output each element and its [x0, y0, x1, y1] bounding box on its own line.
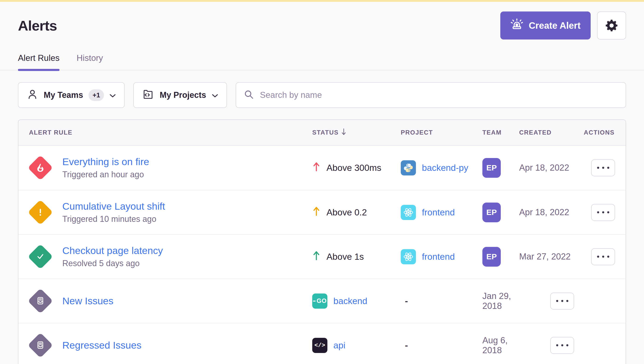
python-logo-icon	[401, 160, 416, 176]
teams-filter-label: My Teams	[44, 90, 83, 100]
table-row: New Issues GO backend - Jan 29, 2018	[18, 278, 626, 323]
project-cell: </> api	[312, 338, 401, 353]
project-cell: backend-py	[401, 160, 482, 176]
alert-rule-link[interactable]: Everything is on fire	[62, 156, 149, 168]
alert-rule-cell: New Issues	[18, 290, 312, 312]
project-link[interactable]: frontend	[422, 208, 455, 218]
column-header-actions: ACTIONS	[585, 129, 626, 136]
status-text: Above 300ms	[326, 163, 381, 173]
actions-cell	[591, 160, 626, 176]
code-logo-icon: </>	[312, 338, 327, 353]
alert-rule-link[interactable]: Checkout page latency	[62, 245, 163, 256]
created-date: Apr 18, 2022	[519, 208, 585, 217]
check-icon	[28, 244, 53, 269]
created-date: Aug 6, 2018	[482, 336, 519, 355]
project-link[interactable]: frontend	[422, 252, 455, 262]
column-header-status[interactable]: STATUS	[312, 128, 401, 137]
alert-rules-table: ALERT RULESTATUSPROJECTTEAMCREATEDACTION…	[18, 120, 626, 364]
alert-rule-cell: Cumulative Layout shift Triggered 10 min…	[18, 201, 312, 224]
row-actions-button[interactable]	[550, 337, 574, 354]
status-cell: Above 1s	[312, 250, 401, 263]
search-input[interactable]	[260, 90, 618, 100]
project-link[interactable]: api	[333, 340, 345, 350]
table-row: Checkout page latency Resolved 5 days ag…	[18, 234, 626, 278]
created-date: Apr 18, 2022	[519, 163, 585, 173]
team-badge: EP	[482, 202, 501, 222]
tab-history[interactable]: History	[77, 53, 103, 70]
created-date: Mar 27, 2022	[519, 252, 585, 262]
team-cell: EP	[482, 202, 519, 222]
chevron-down-icon	[109, 90, 116, 100]
status-cell: Above 300ms	[312, 161, 401, 174]
arrow-up-icon	[312, 250, 321, 263]
alert-rule-link[interactable]: Regressed Issues	[62, 340, 141, 351]
column-header-created: CREATED	[519, 129, 585, 136]
table-row: Everything is on fire Triggered an hour …	[18, 146, 626, 190]
exclamation-icon	[28, 200, 53, 225]
page-title: Alerts	[18, 18, 57, 34]
created-date: Jan 29, 2018	[482, 291, 519, 311]
alert-rule-cell: Everything is on fire Triggered an hour …	[18, 156, 312, 179]
row-actions-button[interactable]	[591, 160, 615, 176]
team-cell: EP	[482, 158, 519, 178]
team-cell: -	[401, 296, 482, 306]
react-logo-icon	[401, 249, 416, 264]
project-cell: frontend	[401, 205, 482, 220]
team-cell: EP	[482, 247, 519, 267]
actions-cell	[591, 204, 626, 221]
project-cell: GO backend	[312, 294, 401, 309]
table-row: Cumulative Layout shift Triggered 10 min…	[18, 190, 626, 234]
issues-icon	[28, 288, 53, 314]
create-alert-button[interactable]: Create Alert	[500, 12, 591, 40]
status-text: Above 1s	[326, 252, 364, 262]
status-cell: Above 0.2	[312, 206, 401, 219]
alert-rule-detail: Triggered an hour ago	[62, 170, 149, 179]
person-icon	[27, 88, 38, 102]
status-text: Above 0.2	[326, 208, 367, 218]
project-link[interactable]: backend-py	[422, 163, 468, 173]
actions-cell	[550, 337, 585, 354]
sort-desc-icon	[341, 128, 346, 137]
alert-rule-detail: Resolved 5 days ago	[62, 258, 163, 268]
tab-bar: Alert Rules History	[0, 53, 644, 70]
projects-filter-button[interactable]: My Projects	[133, 82, 227, 108]
row-actions-button[interactable]	[591, 248, 615, 265]
chevron-down-icon	[212, 90, 218, 100]
settings-button[interactable]	[597, 12, 626, 40]
table-body: Everything is on fire Triggered an hour …	[18, 146, 626, 364]
go-logo-icon: GO	[312, 294, 327, 309]
filter-bar: My Teams +1 My Projects	[18, 82, 626, 108]
search-box	[236, 82, 626, 108]
tab-alert-rules[interactable]: Alert Rules	[18, 53, 60, 70]
top-accent-bar	[0, 0, 644, 2]
project-link[interactable]: backend	[333, 296, 367, 306]
project-cell: frontend	[401, 249, 482, 264]
team-cell: -	[401, 340, 482, 350]
teams-filter-button[interactable]: My Teams +1	[18, 82, 125, 108]
alerts-page: Alerts Create Alert	[0, 12, 644, 364]
teams-count-badge: +1	[89, 89, 104, 101]
projects-filter-label: My Projects	[160, 90, 206, 100]
actions-cell	[591, 248, 626, 265]
flame-icon	[28, 155, 53, 180]
no-team-dash: -	[401, 296, 408, 306]
alert-rule-link[interactable]: Cumulative Layout shift	[62, 201, 165, 212]
alert-rule-link[interactable]: New Issues	[62, 295, 113, 306]
alert-rule-cell: Regressed Issues	[18, 334, 312, 356]
siren-icon	[510, 18, 523, 33]
gear-icon	[605, 18, 618, 32]
arrow-up-icon	[312, 206, 321, 219]
create-alert-label: Create Alert	[529, 20, 580, 31]
no-team-dash: -	[401, 340, 408, 350]
arrow-up-icon	[312, 161, 321, 174]
row-actions-button[interactable]	[550, 292, 574, 310]
alert-rule-detail: Triggered 10 minutes ago	[62, 214, 165, 224]
page-header: Alerts Create Alert	[18, 12, 626, 40]
column-header-project: PROJECT	[401, 129, 482, 136]
row-actions-button[interactable]	[591, 204, 615, 221]
issues-icon	[28, 332, 53, 358]
team-badge: EP	[482, 158, 501, 178]
project-icon	[142, 88, 154, 102]
table-row: Regressed Issues </> api - Aug 6, 2018	[18, 323, 626, 364]
column-header-team: TEAM	[482, 129, 519, 136]
